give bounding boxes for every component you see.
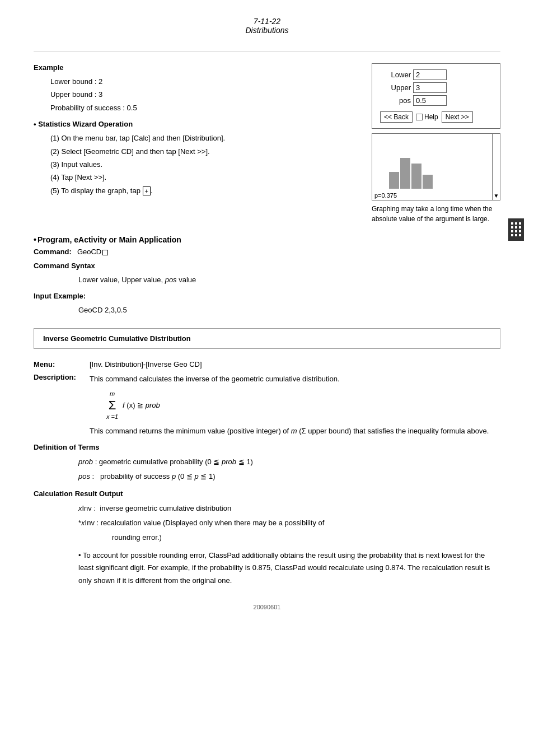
upper-value[interactable]: 3 bbox=[413, 82, 447, 93]
calc-xinv-star: *xInv : recalculation value (Displayed o… bbox=[78, 516, 500, 545]
step-3: (3) Input values. bbox=[50, 158, 360, 171]
scroll-arrow-down[interactable]: ▼ bbox=[494, 193, 499, 199]
command-value: GeoCD bbox=[77, 248, 108, 256]
desc-label: Description: bbox=[34, 373, 90, 381]
upper-label: Upper bbox=[380, 83, 411, 92]
example-line-3: Probability of success : 0.5 bbox=[50, 101, 360, 114]
geomcd-square bbox=[102, 250, 108, 255]
example-title: Example bbox=[34, 63, 360, 72]
left-content: Example Lower bound : 2 Upper bound : 3 … bbox=[34, 63, 360, 224]
inverse-box-title: Inverse Geometric Cumulative Distributio… bbox=[43, 334, 191, 343]
sum-bottom: x =1 bbox=[106, 412, 118, 422]
menu-line: Menu: [Inv. Distribution]-[Inverse Geo C… bbox=[34, 360, 500, 368]
desc-content: This command calculates the inverse of t… bbox=[90, 373, 489, 438]
step-2: (2) Select [Geometric CD] and then tap [… bbox=[50, 145, 360, 158]
bar-1 bbox=[389, 172, 399, 189]
pos-label: pos bbox=[380, 96, 411, 105]
bar-3 bbox=[411, 164, 421, 189]
upper-row: Upper 3 bbox=[380, 82, 492, 93]
def-title: Definition of Terms bbox=[34, 443, 500, 451]
sum-top: m bbox=[110, 389, 115, 399]
command-line: Command: GeoCD bbox=[34, 248, 500, 256]
syntax-title: Command Syntax bbox=[34, 262, 500, 270]
menu-label: Menu: bbox=[34, 360, 90, 368]
calc-note: • To account for possible rounding error… bbox=[78, 549, 500, 586]
example-text: Lower bound : 2 Upper bound : 3 Probabil… bbox=[50, 75, 360, 114]
graph-screen: p=0.375 ▼ bbox=[372, 133, 500, 200]
input-title: Input Example: bbox=[34, 292, 500, 300]
pos-value[interactable]: 0.5 bbox=[413, 95, 447, 106]
calc-title: Calculation Result Output bbox=[34, 489, 500, 498]
footer-code: 20090601 bbox=[254, 604, 281, 610]
back-button[interactable]: << Back bbox=[380, 111, 413, 123]
calc-result: xInv : inverse geometric cumulative dist… bbox=[78, 501, 500, 586]
help-checkbox[interactable]: Help bbox=[416, 113, 438, 121]
def-prob: prob : geometric cumulative probability … bbox=[78, 455, 500, 469]
def-pos: pos : probability of success p (0 ≦ p ≦ … bbox=[78, 469, 500, 484]
pos-italic: pos bbox=[165, 276, 177, 284]
lower-value[interactable]: 2 bbox=[413, 69, 447, 80]
formula-text: f (x) ≧ prob bbox=[123, 399, 160, 412]
step-4: (4) Tap [Next >>]. bbox=[50, 171, 360, 184]
inverse-section-box: Inverse Geometric Cumulative Distributio… bbox=[34, 328, 500, 349]
footer: 20090601 bbox=[34, 604, 500, 610]
right-note: Graphing may take a long time when the a… bbox=[372, 204, 500, 224]
page-header: 7-11-22 Distributions bbox=[34, 11, 500, 35]
example-line-1: Lower bound : 2 bbox=[50, 75, 360, 88]
command-label: Command: bbox=[34, 248, 72, 256]
sigma: Σ bbox=[109, 399, 116, 412]
syntax-value: Lower value, Upper value, pos value bbox=[78, 273, 500, 286]
example-line-2: Upper bound : 3 bbox=[50, 88, 360, 101]
graph-label: p=0.375 bbox=[374, 192, 397, 199]
sum-symbol: m Σ x =1 bbox=[106, 389, 118, 422]
formula-block: m Σ x =1 f (x) ≧ prob bbox=[106, 389, 489, 422]
graph-bars bbox=[389, 158, 433, 189]
help-check-box[interactable] bbox=[416, 114, 423, 120]
input-value: GeoCD 2,3,0.5 bbox=[78, 304, 500, 316]
page-subtitle: Distributions bbox=[34, 26, 500, 35]
program-section: Program, eActivity or Main Application C… bbox=[34, 235, 500, 317]
menu-value: [Inv. Distribution]-[Inverse Geo CD] bbox=[90, 360, 202, 368]
sidebar-grid bbox=[511, 222, 522, 237]
calc-xinv: xInv : inverse geometric cumulative dist… bbox=[78, 501, 500, 516]
steps-list: (1) On the menu bar, tap [Calc] and then… bbox=[50, 132, 360, 197]
bar-4 bbox=[423, 175, 433, 189]
stats-wizard-title: Statistics Wizard Operation bbox=[34, 120, 360, 128]
lower-row: Lower 2 bbox=[380, 69, 492, 80]
next-button[interactable]: Next >> bbox=[442, 111, 473, 123]
right-panel: Lower 2 Upper 3 pos 0.5 << Back Help bbox=[372, 63, 500, 224]
calc-buttons: << Back Help Next >> bbox=[380, 111, 492, 123]
desc-line: Description: This command calculates the… bbox=[34, 373, 500, 438]
page-ref: 7-11-22 bbox=[34, 17, 500, 26]
bar-2 bbox=[400, 158, 410, 189]
lower-label: Lower bbox=[380, 71, 411, 79]
program-title: Program, eActivity or Main Application bbox=[34, 235, 500, 244]
step-5: (5) To display the graph, tap +. bbox=[50, 184, 360, 197]
graph-scroll[interactable]: ▼ bbox=[492, 134, 500, 200]
def-terms: prob : geometric cumulative probability … bbox=[78, 455, 500, 484]
sidebar-icon[interactable] bbox=[508, 218, 524, 241]
step-1: (1) On the menu bar, tap [Calc] and then… bbox=[50, 132, 360, 144]
pos-row: pos 0.5 bbox=[380, 95, 492, 106]
calculator-screen: Lower 2 Upper 3 pos 0.5 << Back Help bbox=[372, 63, 500, 129]
help-label: Help bbox=[424, 113, 438, 121]
desc-text: This command calculates the inverse of t… bbox=[90, 373, 489, 385]
formula-note: This command returns the minimum value (… bbox=[90, 425, 489, 437]
